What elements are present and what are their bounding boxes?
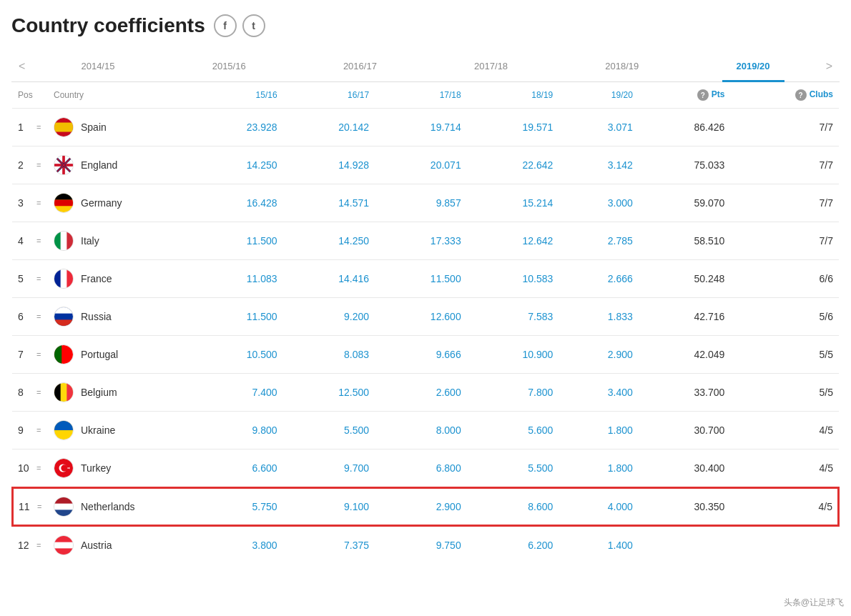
tab-2018-19[interactable]: 2018/19 [591,52,653,81]
table-body: 1=Spain23.92820.14219.71419.5713.07186.4… [12,109,839,565]
cell-country: Italy [48,222,191,260]
cell-clubs [730,526,839,564]
table-row: 1=Spain23.92820.14219.71419.5713.07186.4… [12,109,839,146]
cell-y2: 12.500 [283,374,375,412]
country-flag [54,382,74,402]
cell-y4: 22.642 [467,146,559,184]
country-name: Turkey [81,462,111,474]
country-name: Spain [81,121,107,133]
header-y5: 19/20 [559,82,639,109]
table-row: 11=Netherlands5.7509.1002.9008.6004.0003… [12,487,839,526]
cell-pts: 42.049 [639,336,731,374]
cell-pts: 58.510 [639,222,731,260]
cell-y5: 2.666 [559,260,639,298]
cell-y1: 11.500 [191,222,283,260]
cell-pts: 30.350 [639,487,731,526]
cell-y1: 3.800 [191,526,283,564]
position-number: 3 [18,197,34,209]
cell-pos: 12= [12,526,48,564]
cell-pos: 3= [12,184,48,222]
facebook-icon: f [223,20,227,31]
cell-country: Ukraine [48,412,191,449]
country-name: Germany [81,197,122,209]
cell-country: Turkey [48,449,191,488]
twitter-button[interactable]: t [242,14,265,37]
cell-y4: 5.500 [467,449,559,488]
tab-2016-17[interactable]: 2016/17 [329,52,391,81]
cell-pts: 30.400 [639,449,731,488]
table-wrapper: Pos Country 15/16 16/17 17/18 18/19 19/2… [11,82,840,564]
cell-country: Portugal [48,336,191,374]
season-nav: < 2014/15 2015/16 2016/17 2017/18 2018/1… [11,51,840,82]
country-name: France [81,273,112,284]
cell-country: France [48,260,191,298]
prev-season-arrow[interactable]: < [11,51,32,81]
position-number: 1 [18,121,34,133]
cell-y5: 3.400 [559,374,639,412]
country-flag [54,155,74,175]
header-pts: ?Pts [639,82,731,109]
position-change: = [36,123,41,131]
cell-y1: 16.428 [191,184,283,222]
cell-pts: 30.700 [639,412,731,449]
tab-2017-18[interactable]: 2017/18 [460,52,522,81]
pts-info-icon[interactable]: ? [697,89,709,101]
cell-y1: 5.750 [191,487,283,526]
cell-pos: 6= [12,298,48,336]
country-name: Netherlands [81,501,135,512]
cell-y2: 7.375 [283,526,375,564]
svg-rect-25 [67,383,73,402]
twitter-icon: t [252,20,255,31]
country-flag [54,231,74,251]
next-season-arrow[interactable]: > [819,51,840,81]
cell-y4: 12.642 [467,222,559,260]
country-flag [54,269,74,289]
facebook-button[interactable]: f [214,14,237,37]
tab-2014-15[interactable]: 2014/15 [67,52,129,81]
cell-y3: 9.750 [375,526,467,564]
cell-y4: 15.214 [467,184,559,222]
cell-pts: 33.700 [639,374,731,412]
header-pos: Pos [12,82,48,109]
cell-y4: 5.600 [467,412,559,449]
position-change: = [36,199,41,207]
country-name: England [81,159,117,171]
cell-pos: 10= [12,449,48,488]
country-name: Russia [81,311,112,322]
cell-clubs: 4/5 [730,412,839,449]
country-flag [54,193,74,213]
cell-y5: 3.000 [559,184,639,222]
position-change: = [36,388,41,397]
tab-2019-20[interactable]: 2019/20 [722,52,784,82]
cell-y4: 7.583 [467,298,559,336]
cell-pos: 2= [12,146,48,184]
country-flag [54,117,74,137]
position-change: = [36,237,41,245]
position-change: = [36,350,41,359]
position-number: 6 [18,311,34,322]
table-row: 2=England14.25014.92820.07122.6423.14275… [12,146,839,184]
cell-y3: 6.800 [375,449,467,488]
country-flag [54,535,74,555]
position-number: 8 [18,387,34,398]
country-flag [54,344,74,364]
position-change: = [36,464,41,472]
cell-clubs: 4/5 [730,449,839,488]
clubs-info-icon[interactable]: ? [795,89,807,101]
table-header-row: Pos Country 15/16 16/17 17/18 18/19 19/2… [12,82,839,109]
cell-pts: 42.716 [639,298,731,336]
cell-y2: 9.200 [283,298,375,336]
cell-clubs: 5/5 [730,374,839,412]
cell-y1: 10.500 [191,336,283,374]
cell-y2: 5.500 [283,412,375,449]
cell-clubs: 7/7 [730,146,839,184]
svg-rect-24 [54,383,61,402]
table-row: 3=Germany16.42814.5719.85715.2143.00059.… [12,184,839,222]
tab-2015-16[interactable]: 2015/16 [198,52,260,81]
cell-y2: 14.250 [283,222,375,260]
cell-y2: 8.083 [283,336,375,374]
table-row: 10=Turkey6.6009.7006.8005.5001.80030.400… [12,449,839,488]
table-row: 9=Ukraine9.8005.5008.0005.6001.80030.700… [12,412,839,449]
header-y2: 16/17 [283,82,375,109]
cell-country: Germany [48,184,191,222]
